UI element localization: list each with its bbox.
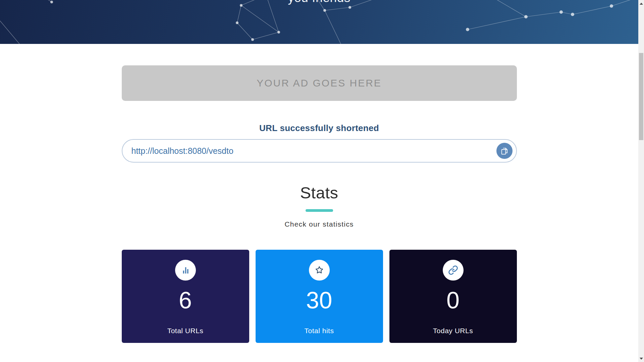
scrollbar-thumb[interactable] xyxy=(639,53,643,140)
stat-card-total-urls: 6 Total URLs xyxy=(122,250,249,343)
shorten-success-heading: URL successfully shortened xyxy=(122,123,517,133)
short-url-field[interactable]: http://localhost:8080/vesdto xyxy=(122,139,517,163)
stats-divider xyxy=(306,209,333,212)
constellation-graphic xyxy=(0,0,638,44)
scroll-down-button[interactable] xyxy=(638,356,644,361)
link-icon xyxy=(443,260,464,281)
stats-subtitle: Check our statistics xyxy=(122,220,517,228)
browser-viewport: you friends YOUR AD GOES HERE URL succes… xyxy=(0,0,644,362)
copy-icon xyxy=(500,146,509,156)
stat-label-today-urls: Today URLs xyxy=(433,327,473,335)
stat-label-total-hits: Total hits xyxy=(305,327,334,335)
vertical-scrollbar[interactable] xyxy=(638,0,644,362)
scroll-up-button[interactable] xyxy=(638,1,644,6)
stat-value-total-hits: 30 xyxy=(306,289,332,312)
copy-url-button[interactable] xyxy=(496,143,513,159)
hero-partial-text: you friends xyxy=(0,0,638,5)
stats-title: Stats xyxy=(122,183,517,202)
stat-value-today-urls: 0 xyxy=(446,289,460,312)
stat-card-total-hits: 30 Total hits xyxy=(256,250,383,343)
stat-card-today-urls: 0 Today URLs xyxy=(389,250,517,343)
stat-value-total-urls: 6 xyxy=(179,289,192,312)
scroll-down-icon xyxy=(640,358,643,360)
recent-urls-heading: Recently shortened URLs xyxy=(122,360,517,362)
bar-chart-icon xyxy=(175,260,196,281)
page: you friends YOUR AD GOES HERE URL succes… xyxy=(0,0,638,362)
short-url-text[interactable]: http://localhost:8080/vesdto xyxy=(131,146,233,156)
star-icon xyxy=(309,260,330,281)
stats-cards: 6 Total URLs 30 Total hits xyxy=(122,250,517,343)
stat-label-total-urls: Total URLs xyxy=(167,327,204,335)
scroll-up-icon xyxy=(640,3,643,5)
hero-banner: you friends xyxy=(0,0,638,44)
ad-placeholder: YOUR AD GOES HERE xyxy=(122,65,517,101)
ad-placeholder-text: YOUR AD GOES HERE xyxy=(257,77,382,89)
